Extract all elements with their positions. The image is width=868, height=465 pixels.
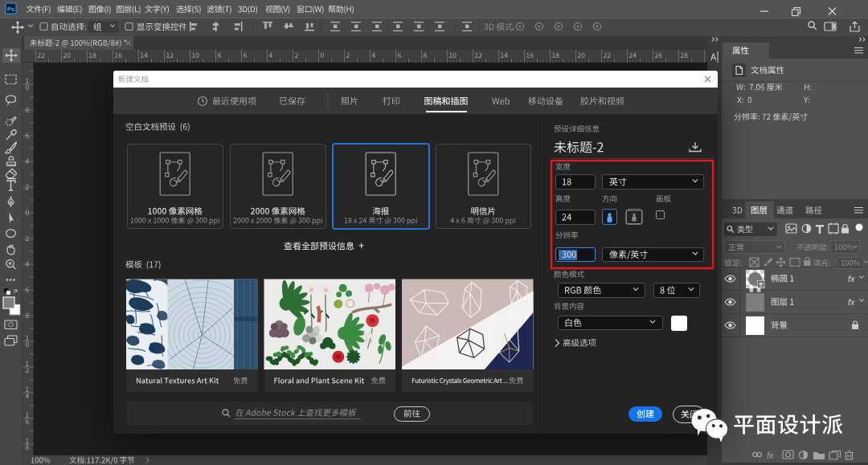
svg-text:Ps: Ps [7, 6, 14, 13]
svg-text:fx: fx [848, 297, 855, 307]
svg-text:fx: fx [767, 451, 774, 460]
svg-text:fx: fx [848, 274, 855, 283]
